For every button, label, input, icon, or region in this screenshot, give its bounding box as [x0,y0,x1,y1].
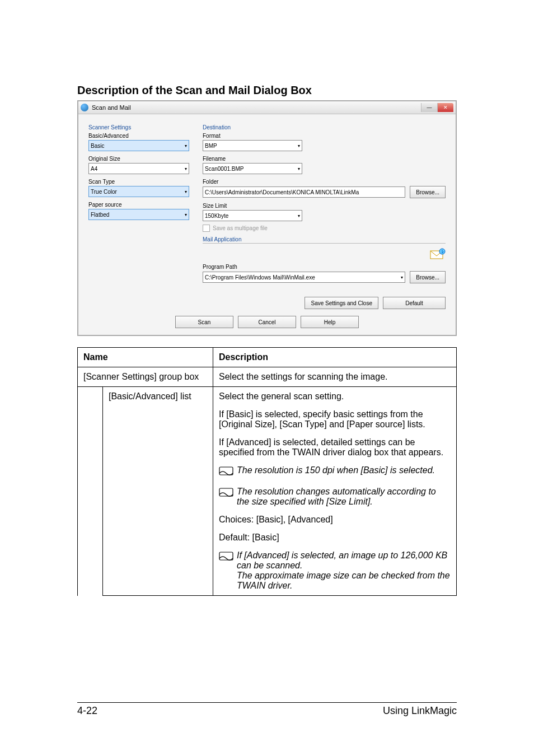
note-text-1: The resolution is 150 dpi when [Basic] i… [237,465,451,479]
scan-type-select[interactable]: True Color▾ [88,186,189,197]
note-1: The resolution is 150 dpi when [Basic] i… [219,465,451,479]
desc-para-1: Select the general scan setting. [219,391,451,402]
row-scanner-settings-desc: Select the settings for scanning the ima… [213,367,457,387]
th-name: Name [78,348,213,367]
mail-application-label: Mail Application [203,236,446,244]
paper-source-select[interactable]: Flatbed▾ [88,209,189,220]
original-size-select[interactable]: A4▾ [88,163,189,174]
default-button[interactable]: Default [383,297,446,309]
chevron-down-icon: ▾ [185,143,187,148]
desc-para-3: If [Advanced] is selected, detailed sett… [219,437,451,458]
window-buttons: — ✕ [421,103,453,112]
close-button[interactable]: ✕ [437,103,453,112]
desc-para-2: If [Basic] is selected, specify basic se… [219,409,451,430]
section-heading: Description of the Scan and Mail Dialog … [77,84,457,97]
mail-icon [430,248,446,260]
row-basic-advanced-desc: Select the general scan setting. If [Bas… [213,387,457,596]
format-label: Format [203,133,446,139]
folder-label: Folder [203,179,446,185]
window-titlebar: Scan and Mail — ✕ [78,101,456,114]
dialog-screenshot: Scan and Mail — ✕ Scanner Settings Basic… [77,100,457,336]
window-title: Scan and Mail [92,104,131,111]
note-icon [219,465,233,479]
app-icon [81,104,88,111]
desc-choices: Choices: [Basic], [Advanced] [219,515,451,525]
chevron-down-icon: ▾ [185,189,187,194]
desc-default: Default: [Basic] [219,533,451,543]
svg-rect-3 [219,488,233,496]
note-icon [219,487,233,507]
destination-label: Destination [203,124,446,130]
folder-input[interactable]: C:\Users\Administrator\Documents\KONICA … [203,186,405,198]
original-size-label: Original Size [88,156,189,162]
note-text-3: If [Advanced] is selected, an image up t… [237,550,451,591]
size-limit-label: Size Limit [203,203,446,209]
note-3: If [Advanced] is selected, an image up t… [219,550,451,591]
chevron-down-icon: ▾ [298,213,300,218]
browse-folder-button[interactable]: Browse... [410,186,446,198]
description-table: Name Description [Scanner Settings] grou… [77,347,457,596]
chevron-down-icon: ▾ [298,166,300,171]
paper-source-label: Paper source [88,202,189,208]
multipage-checkbox[interactable]: Save as multipage file [203,225,446,232]
note-2: The resolution changes automatically acc… [219,487,451,507]
filename-label: Filename [203,156,446,162]
basic-advanced-select[interactable]: Basic▾ [88,140,189,151]
row-basic-advanced-name: [Basic/Advanced] list [103,387,213,596]
footer-title: Using LinkMagic [383,705,457,717]
minimize-button[interactable]: — [421,103,437,112]
save-settings-close-button[interactable]: Save Settings and Close [305,297,378,309]
page-footer: 4-22 Using LinkMagic [77,702,457,717]
chevron-down-icon: ▾ [401,275,403,280]
th-description: Description [213,348,457,367]
row-scanner-settings-name: [Scanner Settings] group box [78,367,213,387]
browse-program-button[interactable]: Browse... [410,271,446,283]
scanner-settings-label: Scanner Settings [88,124,189,130]
chevron-down-icon: ▾ [298,143,300,148]
cancel-button[interactable]: Cancel [238,316,296,328]
help-button[interactable]: Help [301,316,359,328]
note-text-2: The resolution changes automatically acc… [237,487,451,507]
chevron-down-icon: ▾ [185,166,187,171]
chevron-down-icon: ▾ [185,212,187,217]
checkbox-icon [203,225,210,232]
scan-type-label: Scan Type [88,179,189,185]
size-limit-select[interactable]: 150Kbyte▾ [203,210,302,221]
page-number: 4-22 [77,705,97,717]
format-select[interactable]: BMP▾ [203,140,302,151]
svg-rect-2 [219,467,233,475]
program-path-select[interactable]: C:\Program Files\Windows Mail\WinMail.ex… [203,272,405,283]
scan-button[interactable]: Scan [175,316,233,328]
filename-select[interactable]: Scan0001.BMP▾ [203,163,302,174]
svg-rect-4 [219,552,233,560]
basic-advanced-label: Basic/Advanced [88,133,189,139]
note-icon [219,550,233,591]
indent-cell [78,387,103,596]
program-path-label: Program Path [203,264,446,270]
